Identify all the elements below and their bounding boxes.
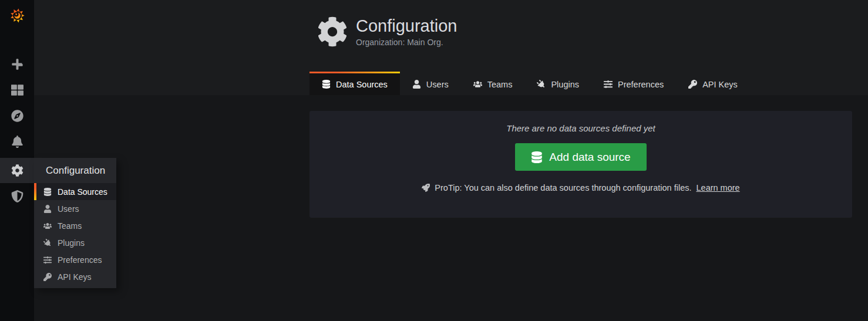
configuration-flyout-menu: Configuration Data Sources Users Teams P… bbox=[34, 158, 116, 288]
users-icon bbox=[43, 222, 52, 230]
page-header-text: Configuration Organization: Main Org. bbox=[356, 16, 457, 47]
sidebar-item-create[interactable] bbox=[0, 51, 34, 77]
learn-more-link[interactable]: Learn more bbox=[697, 183, 740, 192]
dashboards-grid-icon bbox=[11, 84, 23, 96]
plus-icon bbox=[11, 58, 23, 70]
tab-bar: Data Sources Users Teams Plugins Prefere… bbox=[309, 72, 750, 95]
flyout-item-label: API Keys bbox=[58, 272, 92, 282]
grafana-logo[interactable] bbox=[0, 0, 34, 31]
data-sources-panel: There are no data sources defined yet Ad… bbox=[309, 111, 852, 218]
protip-row: ProTip: You can also define data sources… bbox=[309, 183, 852, 192]
main-content: There are no data sources defined yet Ad… bbox=[34, 95, 868, 321]
tab-label: Users bbox=[426, 80, 449, 89]
flyout-title[interactable]: Configuration bbox=[34, 158, 116, 183]
empty-list-message: There are no data sources defined yet bbox=[309, 123, 852, 133]
sliders-icon bbox=[43, 256, 52, 264]
sidebar-item-configuration[interactable] bbox=[0, 158, 34, 183]
flyout-item-data-sources[interactable]: Data Sources bbox=[34, 183, 116, 200]
flyout-item-users[interactable]: Users bbox=[34, 200, 116, 217]
flyout-item-teams[interactable]: Teams bbox=[34, 217, 116, 234]
tab-teams[interactable]: Teams bbox=[461, 72, 525, 95]
flyout-item-preferences[interactable]: Preferences bbox=[34, 251, 116, 268]
protip-text: ProTip: You can also define data sources… bbox=[435, 183, 691, 192]
plug-icon bbox=[535, 78, 547, 90]
sidebar-item-alerting[interactable] bbox=[0, 129, 34, 154]
tab-api-keys[interactable]: API Keys bbox=[676, 72, 750, 95]
explore-compass-icon bbox=[11, 110, 23, 122]
tab-label: API Keys bbox=[702, 80, 738, 89]
sidebar-nav bbox=[0, 51, 34, 209]
flyout-item-label: Data Sources bbox=[58, 187, 107, 197]
database-icon bbox=[43, 188, 52, 196]
flyout-item-label: Teams bbox=[58, 221, 82, 231]
tab-label: Data Sources bbox=[336, 80, 388, 89]
add-data-source-label: Add data source bbox=[549, 151, 630, 164]
key-icon bbox=[688, 80, 697, 89]
page-header-band: Configuration Organization: Main Org. Da… bbox=[34, 0, 868, 95]
user-icon bbox=[412, 80, 421, 89]
tab-data-sources[interactable]: Data Sources bbox=[309, 72, 400, 95]
plug-icon bbox=[42, 237, 53, 249]
server-admin-shield-icon bbox=[11, 190, 23, 202]
tab-preferences[interactable]: Preferences bbox=[591, 72, 676, 95]
grafana-configuration-page: Configuration Organization: Main Org. Da… bbox=[0, 0, 868, 321]
user-icon bbox=[43, 205, 52, 213]
tab-label: Plugins bbox=[551, 80, 579, 89]
tab-label: Preferences bbox=[618, 80, 664, 89]
sidebar-item-dashboards[interactable] bbox=[0, 77, 34, 103]
configuration-gear-icon bbox=[11, 164, 23, 177]
flyout-item-label: Preferences bbox=[58, 255, 102, 265]
key-icon bbox=[43, 273, 52, 281]
tab-plugins[interactable]: Plugins bbox=[524, 72, 591, 95]
users-icon bbox=[473, 80, 482, 89]
tab-users[interactable]: Users bbox=[400, 72, 461, 95]
alerting-bell-icon bbox=[11, 136, 23, 148]
gear-icon bbox=[317, 16, 348, 47]
grafana-logo-icon bbox=[6, 5, 28, 26]
database-icon bbox=[322, 80, 331, 89]
page-subtitle: Organization: Main Org. bbox=[356, 38, 457, 47]
flyout-item-plugins[interactable]: Plugins bbox=[34, 234, 116, 251]
database-icon bbox=[531, 151, 543, 163]
page-title: Configuration bbox=[356, 16, 457, 36]
tab-label: Teams bbox=[487, 80, 513, 89]
flyout-item-label: Users bbox=[58, 204, 79, 214]
sidebar-item-server-admin[interactable] bbox=[0, 183, 34, 209]
add-data-source-button[interactable]: Add data source bbox=[515, 143, 646, 171]
sidebar-item-explore[interactable] bbox=[0, 103, 34, 129]
sidebar bbox=[0, 0, 34, 321]
rocket-icon bbox=[422, 184, 430, 192]
page-header: Configuration Organization: Main Org. bbox=[317, 16, 457, 47]
flyout-item-api-keys[interactable]: API Keys bbox=[34, 268, 116, 285]
flyout-item-label: Plugins bbox=[58, 238, 85, 248]
sliders-icon bbox=[604, 80, 613, 89]
